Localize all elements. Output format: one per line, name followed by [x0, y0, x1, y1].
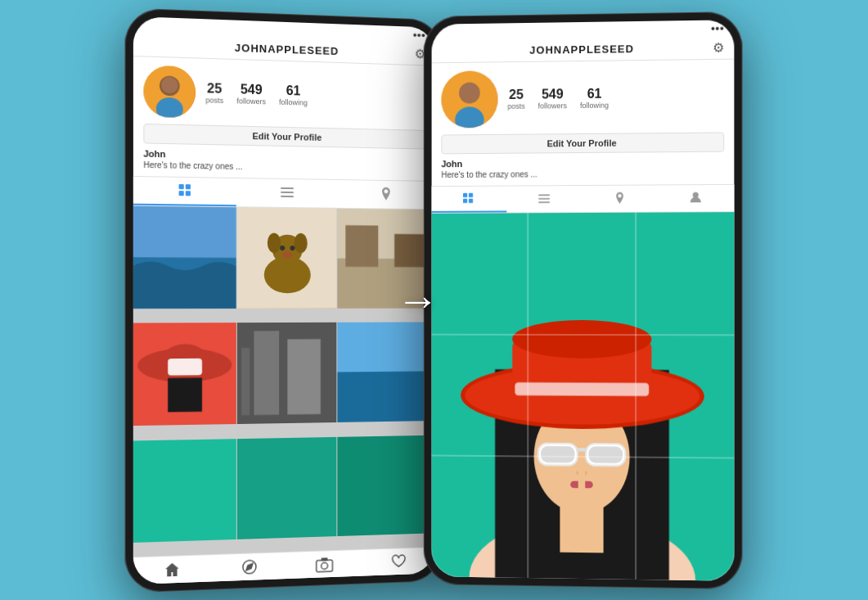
tab-person-right[interactable] [657, 184, 734, 211]
stat-posts-right: 25 posts [507, 87, 524, 110]
svg-rect-51 [537, 193, 549, 195]
stat-following-right: 61 following [580, 86, 609, 109]
grid-cell-4[interactable] [133, 323, 236, 426]
tab-list-right[interactable] [506, 186, 581, 212]
svg-rect-67 [515, 382, 649, 396]
grid-cell-6[interactable] [337, 322, 434, 422]
tab-grid-left[interactable] [133, 176, 236, 205]
edit-profile-btn-left[interactable]: Edit Your Profile [143, 123, 425, 149]
nav-home-left[interactable] [133, 560, 210, 580]
svg-rect-52 [537, 197, 549, 199]
tab-grid-right[interactable] [431, 186, 506, 212]
tab-list-left[interactable] [236, 178, 337, 207]
grid-cell-7[interactable] [133, 438, 236, 542]
tab-location-left[interactable] [337, 179, 435, 208]
grid-icon-right [463, 192, 474, 204]
tab-bar-left [133, 175, 434, 209]
avatar-left [143, 65, 196, 118]
location-icon-left [381, 187, 391, 200]
person-icon-right [690, 192, 700, 203]
svg-rect-32 [286, 339, 320, 414]
stats-right: 25 posts 549 followers 61 following [507, 85, 724, 110]
svg-rect-5 [185, 184, 190, 189]
svg-rect-47 [463, 192, 467, 196]
svg-rect-43 [321, 557, 327, 561]
posts-number-right: 25 [509, 88, 524, 102]
left-phone-screen: ●●● JOHNAPPLESEED ⚙ [133, 16, 434, 584]
svg-rect-48 [469, 192, 473, 196]
grid-cell-8[interactable] [236, 436, 336, 539]
svg-rect-24 [394, 233, 426, 266]
camera-icon-left [315, 556, 333, 573]
username-left: JOHNAPPLESEED [234, 41, 338, 56]
left-phone: ●●● JOHNAPPLESEED ⚙ [124, 7, 443, 593]
scene: ●●● JOHNAPPLESEED ⚙ [0, 0, 868, 600]
location-icon-right [614, 192, 623, 203]
list-icon-right [537, 193, 549, 202]
grid-icon-left [178, 183, 191, 196]
following-number-left: 61 [286, 83, 300, 98]
svg-marker-40 [245, 563, 252, 570]
followers-label-right: followers [537, 101, 566, 109]
right-phone: ●●● JOHNAPPLESEED ⚙ [423, 11, 742, 589]
svg-rect-7 [185, 191, 190, 196]
svg-rect-29 [168, 377, 202, 412]
profile-area-left: 25 posts 549 followers 61 following [133, 56, 434, 180]
explore-icon-left [241, 558, 257, 575]
gear-icon-right[interactable]: ⚙ [713, 39, 724, 55]
grid-cell-9[interactable] [337, 435, 434, 536]
svg-rect-9 [281, 191, 294, 192]
posts-label-left: posts [205, 96, 223, 105]
svg-rect-34 [337, 322, 434, 372]
profile-top-left: 25 posts 549 followers 61 following [143, 65, 425, 123]
heart-icon-left [390, 553, 406, 569]
stat-followers-left: 549 followers [236, 82, 266, 106]
big-image-right [431, 212, 734, 581]
stats-left: 25 posts 549 followers 61 following [205, 81, 425, 110]
avatar-image-left [143, 65, 196, 118]
svg-rect-70 [576, 448, 587, 451]
stat-posts-left: 25 posts [205, 81, 223, 104]
svg-rect-33 [241, 348, 249, 415]
svg-rect-50 [469, 198, 473, 202]
svg-rect-72 [588, 446, 623, 463]
grid-cell-1[interactable] [133, 205, 236, 308]
stat-following-left: 61 following [279, 83, 308, 106]
followers-label-left: followers [236, 97, 266, 106]
following-label-right: following [580, 101, 609, 109]
svg-rect-53 [537, 201, 549, 202]
app-header-right: JOHNAPPLESEED ⚙ [431, 36, 734, 63]
tab-bar-right [431, 183, 734, 213]
profile-top-right: 25 posts 549 followers 61 following [441, 67, 724, 128]
profile-bio-right: Here's to the crazy ones ... [441, 168, 724, 178]
nav-camera-left[interactable] [287, 554, 362, 573]
svg-point-42 [321, 562, 327, 569]
avatar-right [441, 70, 497, 128]
svg-rect-8 [281, 187, 294, 188]
svg-rect-4 [178, 183, 183, 188]
svg-rect-71 [541, 445, 574, 462]
svg-rect-28 [168, 359, 202, 376]
home-icon-left [164, 561, 181, 578]
svg-rect-38 [337, 435, 434, 536]
avatar-image-right [441, 70, 497, 128]
followers-number-left: 549 [240, 82, 262, 97]
grid-cell-2[interactable] [236, 207, 336, 308]
svg-rect-35 [337, 371, 434, 422]
edit-profile-btn-right[interactable]: Edit Your Profile [441, 132, 724, 154]
grid-cell-5[interactable] [236, 323, 336, 424]
posts-number-left: 25 [207, 81, 222, 96]
svg-rect-49 [463, 198, 467, 202]
svg-rect-23 [345, 225, 378, 267]
following-label-left: following [279, 97, 308, 106]
right-phone-screen: ●●● JOHNAPPLESEED ⚙ [431, 20, 734, 581]
tab-location-right[interactable] [582, 185, 658, 212]
main-image-svg [431, 212, 734, 581]
arrow: → [397, 276, 439, 325]
stat-followers-right: 549 followers [537, 87, 566, 110]
nav-explore-left[interactable] [210, 557, 286, 576]
svg-rect-36 [133, 438, 236, 542]
svg-point-54 [692, 192, 698, 197]
photo-grid-left [133, 205, 434, 557]
profile-name-right: John [441, 156, 724, 169]
